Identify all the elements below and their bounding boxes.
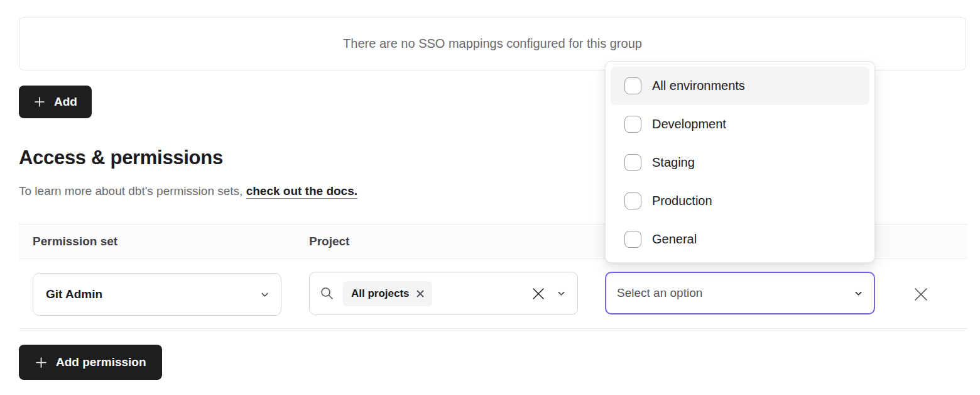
search-icon bbox=[320, 286, 334, 301]
option-label: All environments bbox=[652, 79, 745, 93]
environment-select[interactable]: Select an option bbox=[605, 272, 875, 314]
add-sso-mapping-button[interactable]: Add bbox=[19, 86, 92, 118]
add-permission-button[interactable]: Add permission bbox=[19, 345, 162, 380]
close-icon bbox=[913, 286, 929, 303]
permission-set-select[interactable]: Git Admin bbox=[33, 273, 281, 316]
project-chip-label: All projects bbox=[351, 287, 410, 300]
plus-icon bbox=[35, 356, 48, 369]
chevron-down-icon bbox=[557, 289, 566, 298]
environment-select-placeholder: Select an option bbox=[617, 286, 854, 300]
option-label: Production bbox=[652, 194, 712, 208]
column-header-permission-set: Permission set bbox=[33, 225, 117, 259]
checkbox[interactable] bbox=[624, 192, 641, 209]
plus-icon bbox=[33, 96, 46, 108]
section-description: To learn more about dbt's permission set… bbox=[19, 184, 357, 198]
project-select[interactable]: All projects bbox=[309, 272, 578, 315]
delete-permission-row-button[interactable] bbox=[912, 286, 930, 303]
permission-row: Git Admin All projects bbox=[19, 259, 967, 329]
checkbox[interactable] bbox=[624, 77, 641, 94]
chip-remove-icon[interactable] bbox=[416, 290, 424, 298]
chevron-down-icon bbox=[854, 289, 863, 298]
project-chip[interactable]: All projects bbox=[343, 281, 432, 306]
add-permission-button-label: Add permission bbox=[56, 355, 146, 369]
dropdown-option-staging[interactable]: Staging bbox=[611, 143, 869, 182]
dropdown-option-all-environments[interactable]: All environments bbox=[611, 67, 869, 105]
sso-empty-message: There are no SSO mappings configured for… bbox=[343, 36, 642, 51]
checkbox[interactable] bbox=[624, 154, 641, 171]
page-title: Access & permissions bbox=[19, 147, 223, 169]
description-text: To learn more about dbt's permission set… bbox=[19, 184, 246, 198]
clear-selection-icon[interactable] bbox=[531, 287, 545, 301]
docs-link[interactable]: check out the docs. bbox=[246, 184, 357, 198]
option-label: Development bbox=[652, 117, 726, 131]
option-label: General bbox=[652, 232, 697, 247]
environment-dropdown-menu: All environments Development Staging Pro… bbox=[605, 61, 875, 263]
dropdown-option-production[interactable]: Production bbox=[611, 182, 869, 220]
permission-set-value: Git Admin bbox=[46, 287, 260, 301]
dropdown-option-general[interactable]: General bbox=[611, 220, 869, 259]
option-label: Staging bbox=[652, 155, 695, 170]
checkbox[interactable] bbox=[624, 231, 641, 248]
checkbox[interactable] bbox=[624, 116, 641, 133]
dropdown-option-development[interactable]: Development bbox=[611, 105, 869, 143]
add-button-label: Add bbox=[54, 95, 77, 109]
chevron-down-icon bbox=[260, 290, 270, 299]
column-header-project: Project bbox=[309, 225, 349, 259]
page: There are no SSO mappings configured for… bbox=[0, 0, 980, 395]
